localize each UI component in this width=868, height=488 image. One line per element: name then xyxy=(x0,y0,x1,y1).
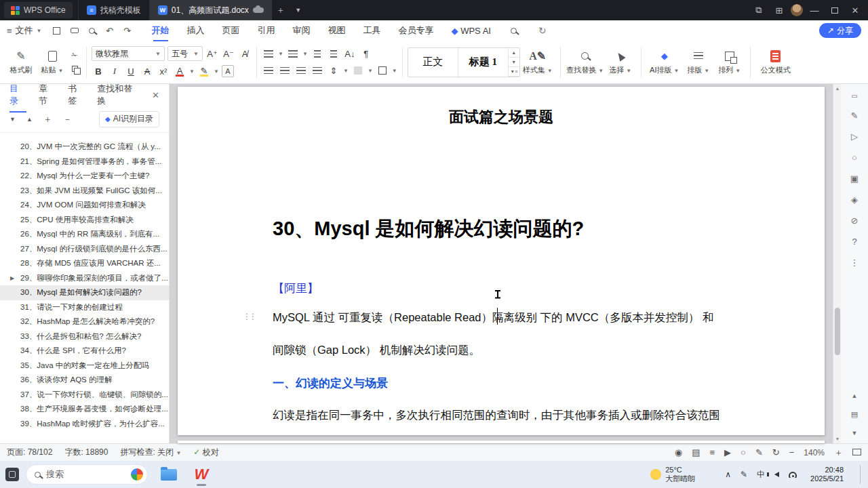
outline-item[interactable]: 25、CPU 使用率较高排查和解决 xyxy=(0,213,169,228)
outline-item[interactable]: 22、Mysql 为什么一定要有一个主键? xyxy=(0,169,169,184)
scrollbar-thumb[interactable] xyxy=(835,308,840,355)
expand-arrow-icon[interactable]: ▶ xyxy=(10,271,14,286)
align-right-button[interactable] xyxy=(294,64,308,77)
refresh-icon[interactable]: ↻ xyxy=(772,447,780,458)
outline-item[interactable]: 38、生产环境服务器变慢，如何诊断处理... xyxy=(0,402,169,417)
tab-review[interactable]: 审阅 xyxy=(293,24,311,37)
show-marks-button[interactable]: ¶ xyxy=(359,47,373,60)
sidebar-tab-chapter[interactable]: 章节 xyxy=(39,83,56,107)
minimize-button[interactable]: — xyxy=(806,1,823,19)
collapse-all-icon[interactable]: ▼ xyxy=(9,116,16,123)
zoom-in-outline-icon[interactable]: ＋ xyxy=(43,113,52,125)
tab-reference[interactable]: 引用 xyxy=(258,24,275,37)
sort-button[interactable]: A↓ xyxy=(343,47,357,60)
play-mode-icon[interactable]: ▶ xyxy=(724,447,731,458)
user-avatar[interactable] xyxy=(791,4,803,16)
ai-layout-button[interactable]: ◆ AI排版 ▼ xyxy=(646,49,683,75)
char-shading-button[interactable]: A xyxy=(222,65,234,77)
tab-member[interactable]: 会员专享 xyxy=(399,24,434,37)
style-more-button[interactable]: ▼≡ xyxy=(509,67,519,77)
outline-item[interactable]: 27、Mysql 的行级锁到底锁的是什么东西... xyxy=(0,242,169,257)
shape-tool-icon[interactable]: ▣ xyxy=(850,174,859,184)
select-tool-icon[interactable]: ▷ xyxy=(851,131,858,142)
style-heading1[interactable]: 标题 1 xyxy=(458,48,509,77)
justify-button[interactable] xyxy=(311,64,324,77)
prev-page-icon[interactable]: ▲ xyxy=(852,392,858,399)
wps-app-icon[interactable]: W xyxy=(190,463,213,486)
web-view-icon[interactable]: ○ xyxy=(741,447,746,458)
word-count[interactable]: 字数: 18890 xyxy=(64,447,108,458)
find-replace-button[interactable]: 查找替换 ▼ xyxy=(566,49,605,75)
line-spacing-button[interactable]: ⇕ xyxy=(327,64,340,77)
apps-grid-icon[interactable]: ⊞ xyxy=(770,1,788,19)
outline-item[interactable]: 31、请说一下对象的创建过程 xyxy=(0,300,169,315)
print-preview-icon[interactable] xyxy=(87,25,98,36)
tab-insert[interactable]: 插入 xyxy=(187,24,205,37)
indent-button[interactable] xyxy=(327,47,340,60)
sync-status-icon[interactable]: ↻ xyxy=(538,25,547,36)
share-button[interactable]: ↗ 分享 xyxy=(819,23,861,38)
eye-protect-icon[interactable]: ◉ xyxy=(675,447,682,458)
borders-button[interactable] xyxy=(376,64,389,77)
body-paragraph-line2[interactable]: 间隙锁（Gap Lock） 机制解决幻读问题。 xyxy=(273,343,480,358)
taskbar-corner-icon[interactable] xyxy=(5,468,19,481)
network-icon[interactable] xyxy=(789,472,797,478)
outline-item[interactable]: 34、什么是 SPI，它有什么用? xyxy=(0,344,169,359)
outline-item[interactable]: 33、什么是拆包和粘包? 怎么解决? xyxy=(0,329,169,344)
format-painter-button[interactable]: ✎ 格式刷 xyxy=(5,49,37,75)
font-name-select[interactable]: 微软雅黑▼ xyxy=(92,46,165,61)
align-left-button[interactable] xyxy=(262,64,275,77)
outline-item[interactable]: ▶29、聊聊你印象最深刻的项目，或者做了... xyxy=(0,271,169,286)
tab-wps-ai[interactable]: ◆ WPS AI xyxy=(452,26,491,36)
zoom-level[interactable]: 140% xyxy=(804,448,825,458)
bullet-list-button[interactable] xyxy=(262,47,275,60)
source-tag[interactable]: 【阿里】 xyxy=(273,281,319,296)
sidebar-tab-bookmark[interactable]: 书签 xyxy=(68,83,85,107)
zoom-out-button[interactable]: − xyxy=(789,447,795,458)
weather-widget[interactable]: 25°C 大部晴朗 xyxy=(650,466,695,483)
cut-icon[interactable]: ✁ xyxy=(69,51,80,60)
question-heading[interactable]: 30、Mysql 是如何解决幻读问题的? xyxy=(273,216,584,243)
zoom-out-outline-icon[interactable]: － xyxy=(63,113,72,125)
section-heading[interactable]: 一、幻读的定义与场景 xyxy=(273,375,388,391)
style-set-button[interactable]: A✎ 样式集 ▼ xyxy=(520,49,555,75)
undo-icon[interactable]: ↶ xyxy=(104,25,115,36)
stamp-tool-icon[interactable]: ◈ xyxy=(851,195,858,205)
shrink-font-button[interactable]: A⁻ xyxy=(222,47,235,60)
paragraph-drag-handle[interactable]: ⋮⋮ xyxy=(243,312,255,321)
save-icon[interactable] xyxy=(52,25,62,36)
document-title[interactable]: 面试篇之场景题 xyxy=(178,107,825,127)
underline-button[interactable]: U xyxy=(124,64,138,78)
more-tools-icon[interactable]: ⋮ xyxy=(850,258,859,268)
help-icon[interactable]: ? xyxy=(852,237,856,247)
sidebar-close-icon[interactable]: ✕ xyxy=(152,90,159,100)
outline-item[interactable]: 36、谈谈你对 AQS 的理解 xyxy=(0,373,169,388)
pen-tray-icon[interactable]: ✎ xyxy=(741,470,747,479)
ai-recognize-toc-button[interactable]: ◆ AI识别目录 xyxy=(99,111,159,127)
ime-indicator[interactable]: 中 xyxy=(757,469,765,481)
italic-button[interactable]: I xyxy=(108,64,121,78)
strikethrough-button[interactable]: A xyxy=(140,64,154,78)
page-map-icon[interactable]: ▤ xyxy=(851,410,858,419)
expand-all-icon[interactable]: ▲ xyxy=(26,116,33,123)
outline-item[interactable]: 32、HashMap 是怎么解决哈希冲突的? xyxy=(0,314,169,329)
select-button[interactable]: 选择 ▼ xyxy=(605,49,636,75)
style-normal[interactable]: 正文 xyxy=(408,48,458,77)
highlight-caret[interactable]: ▼ xyxy=(214,68,219,75)
tab-template-store[interactable]: ≡ 找稿壳模板 xyxy=(78,0,149,20)
tab-home[interactable]: 开始 xyxy=(152,24,170,37)
paste-button[interactable]: 粘贴 ▼ xyxy=(37,49,68,75)
shading-button[interactable] xyxy=(351,64,365,77)
font-color-caret[interactable]: ▼ xyxy=(189,68,195,75)
document-page[interactable]: 面试篇之场景题 30、Mysql 是如何解决幻读问题的? 【阿里】 ⋮⋮ MyS… xyxy=(178,87,825,435)
tab-tools[interactable]: 工具 xyxy=(363,24,381,37)
read-mode-icon[interactable]: ▤ xyxy=(692,447,700,458)
grow-font-button[interactable]: A⁺ xyxy=(205,47,219,60)
outline-item[interactable]: 23、如果 JVM 出现频繁 FullGC 该如何... xyxy=(0,184,169,199)
bold-button[interactable]: B xyxy=(92,64,105,78)
zoom-in-button[interactable]: ＋ xyxy=(834,447,843,459)
spellcheck-status[interactable]: 拼写检查: 关闭 ▼ xyxy=(120,447,181,458)
clock[interactable]: 20:48 2025/5/21 xyxy=(810,466,844,483)
official-mode-button[interactable]: 公文模式 xyxy=(755,49,796,75)
numbered-list-button[interactable] xyxy=(286,47,300,60)
